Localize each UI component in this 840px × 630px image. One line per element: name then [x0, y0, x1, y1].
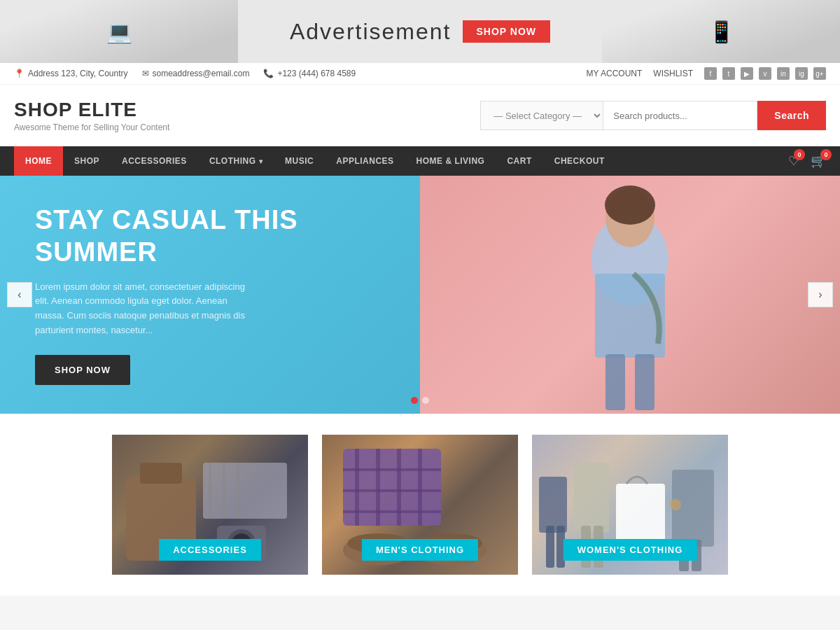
- mens-clothing-label: MEN'S CLOTHING: [362, 539, 478, 561]
- wishlist-badge: 0: [794, 149, 805, 160]
- hero-image: [420, 176, 840, 414]
- address-text: Address 123, City, Country: [28, 69, 128, 78]
- svg-rect-5: [635, 354, 654, 410]
- nav-wishlist-button[interactable]: ♡ 0: [788, 153, 799, 169]
- hero-person-svg: [525, 176, 735, 414]
- nav-item-home-living[interactable]: HOME & LIVING: [405, 146, 496, 176]
- social-icons: f t ▶ v in ig g+: [704, 67, 826, 80]
- nav-item-appliances[interactable]: APPLIANCES: [325, 146, 405, 176]
- clothing-label: CLOTHING: [209, 156, 256, 166]
- svg-rect-7: [140, 463, 182, 484]
- nav-right: ♡ 0 🛒 0: [788, 153, 826, 169]
- phone-icon: 📞: [263, 69, 274, 78]
- youtube-icon[interactable]: ▶: [741, 67, 753, 80]
- phone-item: 📞 +123 (444) 678 4589: [263, 69, 356, 78]
- svg-rect-4: [606, 354, 625, 410]
- ad-title: Advertisement: [290, 19, 451, 45]
- banner-left-decoration: 💻: [0, 0, 238, 63]
- twitter-icon[interactable]: t: [722, 67, 735, 80]
- email-icon: ✉: [142, 69, 149, 78]
- category-section: ACCESSORIES MEN'S CLOTHING: [0, 414, 840, 596]
- nav-item-clothing[interactable]: CLOTHING ▾: [198, 146, 274, 176]
- email-item: ✉ someaddress@email.com: [142, 69, 250, 78]
- hero-dot-2[interactable]: [422, 397, 429, 404]
- svg-rect-28: [546, 526, 554, 568]
- search-button[interactable]: Search: [757, 101, 826, 130]
- logo-subtitle: Awesome Theme for Selling Your Content: [14, 122, 169, 132]
- svg-rect-3: [595, 274, 665, 358]
- nav-item-music[interactable]: MUSIC: [274, 146, 325, 176]
- hero-shop-now-button[interactable]: SHOP NOW: [35, 355, 130, 385]
- navigation: HOME SHOP ACCESSORIES CLOTHING ▾ MUSIC A…: [0, 146, 840, 176]
- laptop-image: 💻: [0, 0, 238, 63]
- hero-title: STAY CASUAL THIS SUMMER: [35, 204, 385, 268]
- category-select[interactable]: — Select Category —: [480, 101, 603, 130]
- svg-rect-30: [574, 463, 609, 533]
- header: SHOP ELITE Awesome Theme for Selling You…: [0, 85, 840, 146]
- clothing-dropdown-icon: ▾: [259, 158, 263, 165]
- search-input[interactable]: [603, 101, 757, 130]
- hero-next-button[interactable]: ›: [808, 282, 833, 307]
- location-icon: 📍: [14, 69, 24, 78]
- info-bar: 📍 Address 123, City, Country ✉ someaddre…: [0, 63, 840, 85]
- wishlist-link[interactable]: WISHLIST: [653, 69, 693, 78]
- cart-badge: 0: [820, 149, 832, 160]
- svg-rect-33: [616, 484, 665, 547]
- accessories-card[interactable]: ACCESSORIES: [112, 435, 308, 575]
- email-text: someaddress@email.com: [153, 69, 250, 78]
- accessories-label: ACCESSORIES: [159, 539, 261, 561]
- linkedin-icon[interactable]: in: [777, 67, 790, 80]
- mens-clothing-card[interactable]: MEN'S CLOTHING: [322, 435, 518, 575]
- hero-content: STAY CASUAL THIS SUMMER Lorem ipsum dolo…: [0, 176, 420, 414]
- phone-text: +123 (444) 678 4589: [277, 69, 356, 78]
- vimeo-icon[interactable]: v: [759, 67, 771, 80]
- search-area: — Select Category — Search: [480, 101, 826, 130]
- nav-item-checkout[interactable]: CHECKOUT: [543, 146, 616, 176]
- nav-item-shop[interactable]: SHOP: [63, 146, 111, 176]
- nav-cart-button[interactable]: 🛒 0: [811, 153, 826, 169]
- nav-left: HOME SHOP ACCESSORIES CLOTHING ▾ MUSIC A…: [14, 146, 616, 176]
- womens-clothing-card[interactable]: WOMEN'S CLOTHING: [532, 435, 728, 575]
- my-account-link[interactable]: MY ACCOUNT: [587, 69, 643, 78]
- svg-point-2: [605, 186, 655, 225]
- banner-right-decoration: 📱: [602, 0, 840, 63]
- hero-description: Lorem ipsum dolor sit amet, consectetuer…: [35, 280, 259, 338]
- hero-slider: STAY CASUAL THIS SUMMER Lorem ipsum dolo…: [0, 176, 840, 414]
- ad-center: Advertisement SHOP NOW: [290, 19, 550, 45]
- googleplus-icon[interactable]: g+: [813, 67, 826, 80]
- hero-dot-1[interactable]: [411, 397, 418, 404]
- tablet-image: 📱: [602, 0, 840, 63]
- svg-rect-27: [539, 477, 567, 533]
- hero-prev-button[interactable]: ‹: [7, 282, 32, 307]
- facebook-icon[interactable]: f: [704, 67, 717, 80]
- ad-shop-now-button[interactable]: SHOP NOW: [463, 20, 551, 43]
- info-bar-left: 📍 Address 123, City, Country ✉ someaddre…: [14, 69, 356, 78]
- address-item: 📍 Address 123, City, Country: [14, 69, 128, 78]
- ad-banner: 💻 📱 Advertisement SHOP NOW: [0, 0, 840, 63]
- info-bar-right: MY ACCOUNT WISHLIST f t ▶ v in ig g+: [587, 67, 826, 80]
- hero-dots: [411, 397, 429, 404]
- nav-item-accessories[interactable]: ACCESSORIES: [111, 146, 198, 176]
- nav-item-cart[interactable]: CART: [496, 146, 542, 176]
- logo-title: SHOP ELITE: [14, 99, 169, 121]
- nav-item-home[interactable]: HOME: [14, 146, 63, 176]
- svg-rect-8: [203, 463, 287, 519]
- svg-point-37: [670, 499, 681, 510]
- logo-area: SHOP ELITE Awesome Theme for Selling You…: [14, 99, 169, 132]
- womens-clothing-label: WOMEN'S CLOTHING: [564, 539, 697, 561]
- instagram-icon[interactable]: ig: [795, 67, 808, 80]
